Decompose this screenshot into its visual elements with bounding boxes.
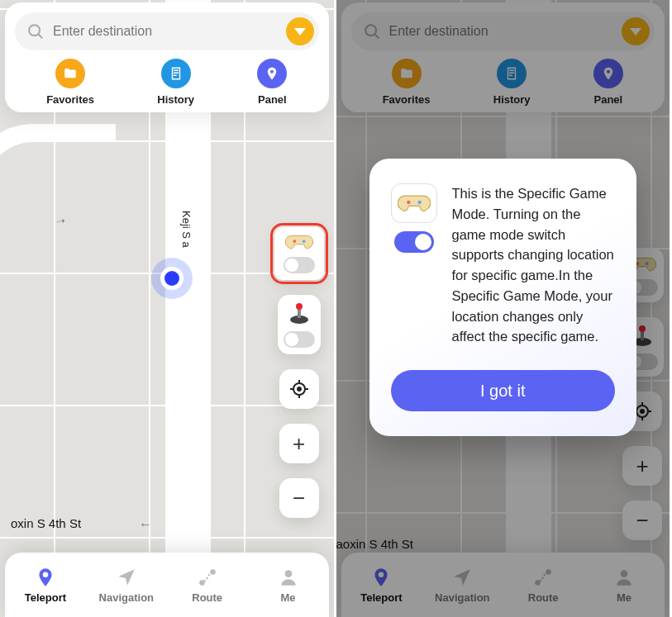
phone-left: ➝ Keji S a oxin S 4th St ← Favorites (0, 0, 336, 617)
shortcut-favorites[interactable]: Favorites (46, 59, 94, 106)
nav-navigation[interactable]: Navigation (86, 553, 167, 617)
shortcut-panel[interactable]: Panel (257, 59, 287, 106)
gamepad-icon (398, 192, 431, 215)
crosshair-icon (289, 379, 309, 399)
search-card: Favorites History Panel (5, 2, 329, 112)
shortcut-history[interactable]: History (157, 59, 194, 106)
nav-label: Me (281, 591, 296, 604)
person-icon (278, 567, 299, 588)
svg-point-3 (293, 240, 296, 243)
svg-point-16 (210, 569, 216, 575)
street-label-vertical: Keji S a (180, 211, 193, 248)
nav-label: Navigation (99, 591, 154, 604)
modal-game-mode-toggle[interactable] (394, 231, 434, 253)
shortcut-row: Favorites History Panel (15, 59, 319, 106)
street-direction-arrow: ← (139, 517, 152, 532)
joystick-icon (287, 301, 312, 326)
svg-point-36 (407, 201, 410, 204)
game-mode-card[interactable] (274, 227, 324, 280)
street-label-bottom: oxin S 4th St (11, 516, 81, 530)
bottom-nav: Teleport Navigation Route Me (5, 553, 329, 617)
locate-me-button[interactable] (279, 369, 319, 409)
nav-label: Route (192, 591, 222, 604)
folder-icon (55, 59, 85, 88)
search-icon (26, 22, 45, 40)
nav-teleport[interactable]: Teleport (5, 553, 86, 617)
svg-point-7 (296, 303, 303, 310)
plus-icon: + (293, 431, 305, 457)
search-input[interactable] (53, 24, 286, 39)
game-mode-toggle[interactable] (284, 257, 315, 273)
zoom-out-button[interactable]: − (279, 478, 319, 518)
joystick-card[interactable] (278, 295, 321, 354)
chevron-down-icon (294, 28, 306, 36)
nav-me[interactable]: Me (248, 553, 329, 617)
current-location-marker[interactable] (151, 258, 193, 299)
route-icon (197, 567, 218, 588)
modal-gamepad-box (391, 183, 437, 223)
shortcut-label: Panel (258, 93, 287, 106)
game-mode-info-modal: This is the Specific Game Mode. Turning … (369, 159, 637, 436)
nav-label: Teleport (25, 591, 66, 604)
pin-icon (257, 59, 287, 88)
modal-description: This is the Specific Game Mode. Turning … (452, 183, 616, 347)
pin-icon (35, 567, 56, 588)
phone-right: aoxin S 4th St Favorites History Panel (336, 0, 673, 617)
svg-point-0 (29, 25, 40, 36)
modal-confirm-button[interactable]: I got it (391, 370, 616, 411)
svg-line-1 (39, 35, 43, 39)
search-confirm-button[interactable] (286, 17, 314, 45)
map-road-curve (0, 124, 116, 223)
svg-point-4 (302, 240, 305, 243)
search-row (15, 12, 319, 50)
shortcut-label: Favorites (46, 93, 94, 106)
svg-point-9 (298, 387, 301, 391)
svg-point-14 (43, 572, 49, 577)
joystick-toggle[interactable] (284, 331, 315, 348)
modal-icon-column (391, 183, 437, 347)
side-controls: + − (274, 227, 324, 518)
svg-point-2 (270, 70, 274, 74)
nav-route[interactable]: Route (167, 553, 248, 617)
gamepad-icon (285, 232, 313, 252)
cursor-icon (116, 567, 137, 588)
svg-point-17 (284, 570, 292, 577)
svg-point-37 (417, 201, 421, 204)
shortcut-label: History (157, 93, 194, 106)
zoom-in-button[interactable]: + (279, 424, 319, 463)
document-icon (161, 59, 191, 88)
minus-icon: − (293, 486, 305, 511)
